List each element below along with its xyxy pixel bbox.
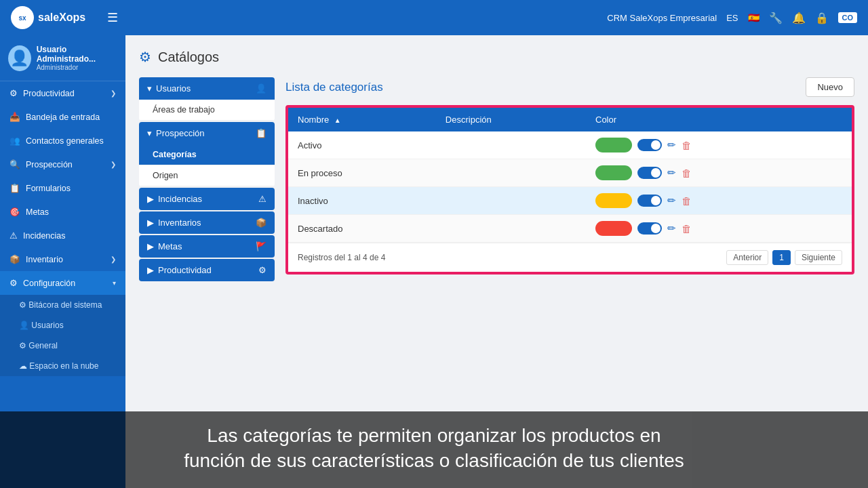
highlighted-table-wrapper: Nombre ▲ Descripción Color Activo [285,105,854,274]
catalog-section-header-prospeccion[interactable]: ▾ Prospección 📋 [139,122,275,144]
sidebar-sub-espacio[interactable]: ☁ Espacio en la nube [0,356,125,376]
col-nombre[interactable]: Nombre ▲ [288,108,436,131]
catalog-table-area: Lista de categorías Nuevo Nombre ▲ Descr… [285,77,854,283]
delete-icon[interactable]: 🗑 [682,140,692,151]
sidebar-item-metas[interactable]: 🎯 Metas [0,200,125,224]
sidebar-item-configuracion[interactable]: ⚙ Configuración ▾ [0,271,125,295]
delete-icon[interactable]: 🗑 [682,223,692,235]
sidebar-icon: 📥 [9,112,20,122]
delete-icon[interactable]: 🗑 [682,167,692,179]
lock-icon[interactable]: 🔒 [815,12,829,24]
next-button[interactable]: Siguiente [795,250,842,265]
toggle-active[interactable] [637,222,662,235]
edit-icon[interactable]: ✏ [667,139,676,151]
sidebar-icon: 📋 [9,183,20,193]
section-label: Metas [158,241,182,251]
sidebar-sub-usuarios[interactable]: 👤 Usuarios [0,315,125,336]
sidebar-sub-general[interactable]: ⚙ General [0,336,125,356]
cell-color: ✏ 🗑 [586,187,852,215]
new-button[interactable]: Nuevo [806,77,854,97]
catalog-section-header-incidencias[interactable]: ▶ Incidencias ⚠ [139,188,275,210]
sidebar-icon: 🎯 [9,207,20,217]
tools-icon[interactable]: 🔧 [769,12,783,24]
chevron-right-icon: ▶ [147,241,154,251]
bell-icon[interactable]: 🔔 [792,12,806,24]
catalog-menu: ▾ Usuarios 👤 Áreas de trabajo ▾ Prospecc… [139,77,275,283]
sidebar-label: Productividad [23,89,75,98]
sidebar-sub-config: ⚙ Bitácora del sistema 👤 Usuarios ⚙ Gene… [0,295,125,376]
catalog-layout: ▾ Usuarios 👤 Áreas de trabajo ▾ Prospecc… [139,77,854,283]
sidebar-sub-bitacora[interactable]: ⚙ Bitácora del sistema [0,295,125,315]
inventarios-icon: 📦 [256,218,267,228]
toggle-active[interactable] [637,167,662,179]
section-label: Inventarios [158,218,201,228]
sidebar-label: Formularios [26,184,71,193]
users-icon: 👤 [256,83,267,94]
nav-right: CRM SaleXops Empresarial ES 🇪🇸 🔧 🔔 🔒 CO [607,12,857,24]
chevron-down-icon: ▾ [147,83,152,94]
col-color: Color [586,108,852,131]
sidebar-item-incidencias[interactable]: ⚠ Incidencias [0,224,125,247]
cell-descripcion [436,131,586,159]
catalog-section-header-inventarios[interactable]: ▶ Inventarios 📦 [139,211,275,234]
catalog-section-prospeccion: ▾ Prospección 📋 Categorías Origen [139,122,275,186]
pagination-controls: Anterior 1 Siguiente [726,250,842,265]
prev-button[interactable]: Anterior [726,250,768,265]
toggle-active[interactable] [637,139,662,151]
catalog-section-usuarios: ▾ Usuarios 👤 Áreas de trabajo [139,77,275,121]
logo-icon: sx [11,6,34,29]
catalog-section-productividad: ▶ Productividad ⚙ [139,259,275,281]
sidebar-icon: ⚠ [9,230,18,241]
top-navigation: sx saleXops ☰ CRM SaleXops Empresarial E… [0,0,868,35]
sidebar-icon: ⚙ [9,88,18,98]
catalog-section-header-productividad[interactable]: ▶ Productividad ⚙ [139,259,275,281]
hamburger-icon[interactable]: ☰ [107,10,118,25]
chevron-right-icon: ▶ [147,218,154,228]
sidebar-item-inventario[interactable]: 📦 Inventario ❯ [0,247,125,271]
sidebar-item-contactos[interactable]: 👥 Contactos generales [0,129,125,152]
sidebar-label: Incidencias [23,231,66,241]
table-header: Nombre ▲ Descripción Color [288,108,852,131]
section-label: Productividad [158,265,212,275]
sidebar-item-formularios[interactable]: 📋 Formularios [0,176,125,200]
prospeccion-icon: 📋 [256,128,267,138]
user-info: Usuario Administrado... Administrador [37,45,117,71]
list-title: Lista de categorías [285,81,383,94]
user-section: 👤 Usuario Administrado... Administrador [0,35,125,81]
edit-icon[interactable]: ✏ [667,167,676,179]
cell-nombre: Activo [288,131,436,159]
section-label: Prospección [156,128,205,138]
sidebar-item-prospeccion[interactable]: 🔍 Prospección ❯ [0,152,125,176]
cell-color: ✏ 🗑 [586,131,852,159]
sidebar-icon: 📦 [9,254,20,264]
lang-label: ES [726,13,738,23]
sidebar-label: Contactos generales [26,136,104,146]
sidebar-item-productividad[interactable]: ⚙ Productividad ❯ [0,81,125,105]
cell-color: ✏ 🗑 [586,215,852,243]
toggle-active[interactable] [637,195,662,207]
categories-table: Nombre ▲ Descripción Color Activo [288,108,852,243]
sidebar-icon: 🔍 [9,159,20,169]
table-row: En proceso ✏ 🗑 [288,159,852,187]
chevron-icon: ❯ [111,89,116,97]
logo: sx saleXops [11,6,85,29]
catalog-item-areas-trabajo[interactable]: Áreas de trabajo [139,100,275,121]
cell-nombre: En proceso [288,159,436,187]
page-1-button[interactable]: 1 [772,250,791,265]
catalog-item-categorias[interactable]: Categorías [139,144,275,165]
edit-icon[interactable]: ✏ [667,222,676,235]
section-label: Incidencias [158,194,202,204]
catalog-section-header-metas[interactable]: ▶ Metas 🚩 [139,235,275,258]
col-descripcion: Descripción [436,108,586,131]
page-header-icon: ⚙ [139,49,151,65]
user-badge[interactable]: CO [838,12,858,23]
cell-descripcion [436,215,586,243]
catalog-section-header-usuarios[interactable]: ▾ Usuarios 👤 [139,77,275,100]
delete-icon[interactable]: 🗑 [682,195,692,207]
chevron-down-icon: ▾ [113,279,116,287]
table-row: Inactivo ✏ 🗑 [288,187,852,215]
catalog-item-origen[interactable]: Origen [139,165,275,186]
edit-icon[interactable]: ✏ [667,195,676,207]
logo-text: saleXops [38,12,85,24]
sidebar-item-bandeja[interactable]: 📥 Bandeja de entrada [0,105,125,129]
